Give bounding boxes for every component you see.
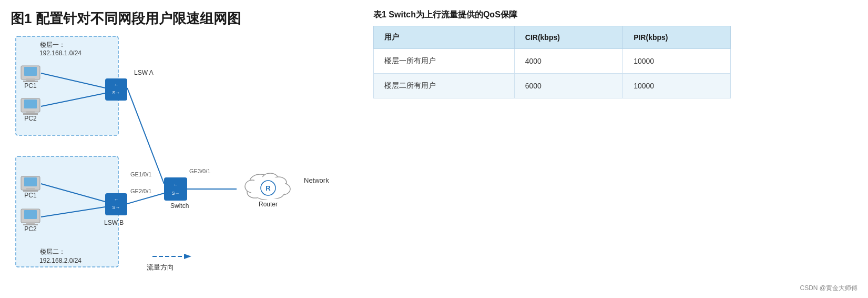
svg-text:Router: Router xyxy=(259,201,278,208)
svg-marker-62 xyxy=(184,254,191,259)
svg-rect-10 xyxy=(26,111,35,113)
svg-text:Switch: Switch xyxy=(170,202,189,210)
svg-rect-38 xyxy=(164,177,187,201)
svg-text:S→: S→ xyxy=(112,205,120,210)
svg-rect-22 xyxy=(26,188,35,190)
svg-line-45 xyxy=(127,193,164,204)
network-diagram: 楼层一： 192.168.1.0/24 PC1 PC2 ← S→ LSW A xyxy=(11,35,347,293)
footer-credit: CSDN @黄金大师傅 xyxy=(800,284,857,293)
svg-text:←: ← xyxy=(114,197,119,202)
table-row: 楼层二所有用户600010000 xyxy=(374,74,731,98)
right-panel: 表1 Switch为上行流量提供的QoS保障 用户 CIR(kbps) PIR(… xyxy=(358,0,868,298)
svg-text:S→: S→ xyxy=(112,90,120,95)
cell-pir: 10000 xyxy=(623,74,731,98)
svg-text:楼层二：: 楼层二： xyxy=(40,248,65,255)
table-label: 表1 xyxy=(373,10,386,19)
table-row: 楼层一所有用户400010000 xyxy=(374,49,731,74)
fig-title-text: 配置针对不同网段用户限速组网图 xyxy=(36,9,241,28)
col-header-pir: PIR(kbps) xyxy=(623,26,731,49)
col-header-user: 用户 xyxy=(374,26,515,49)
table-title-text: Switch为上行流量提供的QoS保障 xyxy=(389,10,517,19)
svg-rect-27 xyxy=(26,222,35,224)
svg-rect-5 xyxy=(26,78,35,81)
table-header-row: 用户 CIR(kbps) PIR(kbps) xyxy=(374,26,731,49)
fig-label: 图1 xyxy=(11,9,32,28)
svg-text:LSW B: LSW B xyxy=(104,219,124,226)
cell-user: 楼层一所有用户 xyxy=(374,49,515,74)
cell-cir: 4000 xyxy=(514,49,622,74)
diagram-svg: 楼层一： 192.168.1.0/24 PC1 PC2 ← S→ LSW A xyxy=(11,35,347,293)
svg-text:PC2: PC2 xyxy=(24,115,37,122)
svg-text:R: R xyxy=(265,184,271,192)
svg-text:LSW A: LSW A xyxy=(134,69,154,76)
figure-title: 图1 配置针对不同网段用户限速组网图 xyxy=(11,9,347,28)
svg-text:192.168.1.0/24: 192.168.1.0/24 xyxy=(39,49,81,57)
svg-rect-9 xyxy=(24,100,37,108)
col-header-cir: CIR(kbps) xyxy=(514,26,622,49)
left-panel: 图1 配置针对不同网段用户限速组网图 楼层一： 192.168.1.0/24 P… xyxy=(0,0,358,298)
svg-text:GE3/0/1: GE3/0/1 xyxy=(189,168,210,174)
svg-text:楼层一：: 楼层一： xyxy=(40,41,65,48)
cell-cir: 6000 xyxy=(514,74,622,98)
qos-table: 用户 CIR(kbps) PIR(kbps) 楼层一所有用户400010000楼… xyxy=(373,26,731,98)
svg-text:PC1: PC1 xyxy=(24,192,37,199)
svg-rect-26 xyxy=(24,210,37,219)
table-title: 表1 Switch为上行流量提供的QoS保障 xyxy=(373,9,852,21)
svg-text:←: ← xyxy=(173,182,178,187)
svg-text:S→: S→ xyxy=(171,191,179,196)
svg-text:Network: Network xyxy=(304,176,329,184)
svg-text:←: ← xyxy=(114,82,119,87)
svg-text:PC2: PC2 xyxy=(24,225,37,233)
svg-text:GE2/0/1: GE2/0/1 xyxy=(130,188,151,194)
svg-text:流量方向: 流量方向 xyxy=(147,263,174,271)
svg-text:GE1/0/1: GE1/0/1 xyxy=(130,171,151,177)
svg-line-44 xyxy=(127,88,164,184)
svg-text:192.168.2.0/24: 192.168.2.0/24 xyxy=(39,257,81,264)
svg-rect-4 xyxy=(24,67,37,76)
cell-user: 楼层二所有用户 xyxy=(374,74,515,98)
cell-pir: 10000 xyxy=(623,49,731,74)
svg-text:PC1: PC1 xyxy=(24,82,37,90)
svg-rect-21 xyxy=(24,177,37,186)
